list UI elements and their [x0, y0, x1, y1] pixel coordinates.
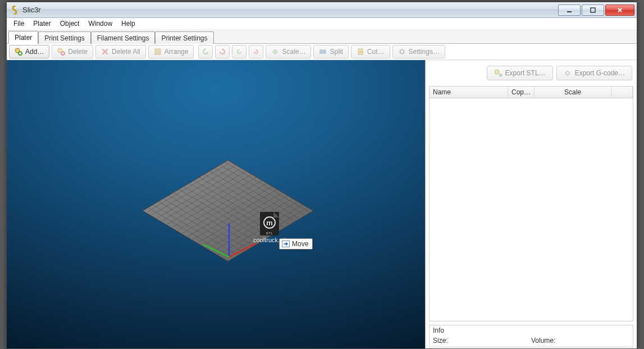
svg-line-22 [403, 53, 404, 54]
rotate-cw-45-button[interactable] [215, 45, 230, 58]
rotate-ccw-small-icon [235, 48, 243, 56]
scale-button[interactable]: Scale… [266, 45, 311, 58]
svg-point-62 [495, 70, 499, 74]
scale-label: Scale… [282, 48, 305, 56]
split-label: Split [330, 48, 342, 56]
settings-button[interactable]: Settings… [392, 45, 445, 58]
menu-object[interactable]: Object [56, 18, 84, 30]
menu-file[interactable]: File [9, 18, 29, 30]
cut-icon [357, 48, 364, 56]
add-label: Add… [25, 48, 44, 56]
gear-icon [398, 48, 406, 56]
svg-point-11 [275, 51, 276, 52]
export-gcode-label: Export G-code… [575, 69, 625, 77]
maximize-button[interactable] [582, 4, 604, 16]
app-icon [10, 6, 19, 15]
svg-rect-7 [155, 49, 157, 51]
menu-plater[interactable]: Plater [29, 18, 55, 30]
tab-filament[interactable]: Filament Settings [91, 31, 156, 44]
info-panel: Info Size: Volume: [429, 325, 633, 347]
settings-label: Settings… [409, 48, 440, 56]
col-scale[interactable]: Scale [535, 87, 611, 98]
svg-line-21 [400, 49, 400, 50]
info-volume-label: Volume: [531, 337, 629, 345]
svg-line-23 [403, 49, 404, 50]
rotate-ccw-big-icon [202, 48, 209, 56]
main-area: m STL cooltruck.stl Move Export STL… Exp… [7, 60, 637, 348]
svg-rect-14 [358, 49, 363, 52]
rotate-cw-button[interactable] [249, 45, 263, 58]
svg-point-16 [400, 50, 404, 53]
info-size-label: Size: [433, 337, 531, 345]
split-icon [319, 48, 327, 56]
cut-button[interactable]: Cut… [351, 45, 390, 58]
arrange-icon [154, 48, 162, 56]
delete-button[interactable]: Delete [52, 45, 93, 58]
export-stl-icon [494, 69, 502, 77]
app-title: Slic3r [22, 6, 558, 14]
scale-icon [271, 48, 279, 56]
add-icon [15, 48, 22, 56]
tabstrip: Plater Print Settings Filament Settings … [7, 30, 637, 44]
cut-label: Cut… [367, 48, 385, 56]
delete-label: Delete [68, 48, 88, 56]
rotate-ccw-button[interactable] [232, 45, 246, 58]
split-button[interactable]: Split [313, 45, 348, 58]
col-copies[interactable]: Cop… [508, 87, 535, 98]
object-list[interactable] [429, 98, 633, 321]
viewport-3d[interactable]: m STL cooltruck.stl Move [7, 60, 426, 348]
info-header: Info [433, 327, 629, 334]
svg-rect-13 [323, 50, 326, 53]
add-button[interactable]: Add… [9, 45, 49, 58]
svg-rect-9 [155, 52, 157, 55]
arrange-label: Arrange [165, 48, 189, 56]
export-stl-button[interactable]: Export STL… [487, 66, 553, 80]
rotate-cw-small-icon [252, 48, 260, 56]
object-list-header: Name Cop… Scale [429, 86, 633, 98]
toolbar: Add… Delete Delete All Arrange [7, 44, 637, 60]
col-name[interactable]: Name [430, 87, 508, 98]
right-panel: Export STL… Export G-code… Name Cop… Sca… [426, 60, 637, 348]
export-gcode-button[interactable]: Export G-code… [556, 66, 632, 80]
svg-rect-10 [158, 52, 161, 55]
export-stl-label: Export STL… [505, 69, 546, 77]
svg-point-63 [566, 71, 569, 75]
titlebar: Slic3r [7, 2, 637, 18]
arrange-button[interactable]: Arrange [148, 45, 194, 58]
menu-help[interactable]: Help [117, 18, 140, 30]
svg-rect-1 [591, 8, 595, 12]
drag-tooltip: Move [279, 238, 313, 250]
col-spacer [611, 87, 633, 98]
svg-rect-8 [158, 49, 161, 51]
tab-plater[interactable]: Plater [8, 31, 38, 44]
rotate-ccw-45-button[interactable] [198, 45, 213, 58]
delete-all-button[interactable]: Delete All [95, 45, 146, 58]
svg-rect-15 [358, 52, 363, 55]
x-icon [101, 48, 109, 56]
delete-icon [57, 48, 65, 56]
app-window: Slic3r File Plater Object Window Help Pl… [6, 2, 637, 349]
rotate-cw-big-icon [218, 48, 226, 56]
export-gcode-icon [564, 69, 572, 77]
close-button[interactable] [605, 4, 634, 16]
tab-printer[interactable]: Printer Settings [155, 31, 213, 44]
tab-print[interactable]: Print Settings [38, 31, 90, 44]
delete-all-label: Delete All [112, 48, 140, 56]
window-controls [558, 4, 634, 16]
menu-window[interactable]: Window [84, 18, 117, 30]
svg-rect-12 [320, 50, 322, 53]
move-arrow-icon [282, 241, 290, 247]
menubar: File Plater Object Window Help [7, 18, 637, 30]
svg-line-24 [400, 53, 400, 54]
minimize-button[interactable] [558, 4, 581, 16]
